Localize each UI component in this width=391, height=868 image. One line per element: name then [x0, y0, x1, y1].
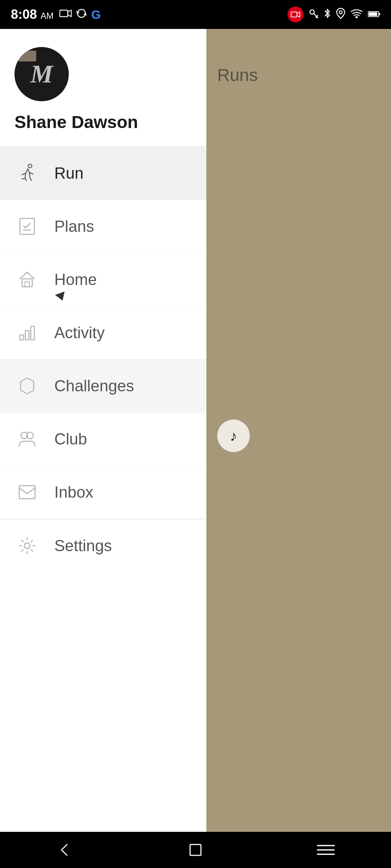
menu-item-inbox[interactable]: Inbox	[0, 466, 206, 519]
music-button[interactable]: ♪	[217, 420, 250, 452]
plans-label: Plans	[54, 217, 94, 235]
navigation-drawer: M Shane Dawson Run	[0, 29, 206, 868]
svg-point-7	[356, 17, 357, 18]
bluetooth-icon	[324, 8, 331, 21]
svg-rect-17	[25, 331, 29, 340]
avatar[interactable]: M	[14, 47, 69, 101]
avatar-letter: M	[30, 60, 53, 89]
svg-marker-19	[21, 378, 34, 394]
wifi-icon	[350, 9, 363, 21]
activity-label: Activity	[54, 324, 105, 342]
menu-item-challenges[interactable]: Challenges	[0, 359, 206, 413]
svg-rect-14	[22, 279, 32, 287]
challenges-icon	[14, 373, 40, 399]
svg-rect-1	[291, 12, 297, 17]
club-label: Club	[54, 430, 87, 448]
settings-label: Settings	[54, 537, 112, 555]
record-icon	[287, 7, 303, 22]
svg-rect-15	[25, 282, 29, 287]
svg-rect-10	[369, 12, 377, 16]
club-icon	[14, 426, 40, 452]
svg-rect-0	[60, 10, 68, 17]
svg-rect-24	[190, 844, 201, 855]
home-button[interactable]	[177, 839, 214, 861]
user-name: Shane Dawson	[14, 112, 192, 132]
battery-icon	[368, 9, 380, 20]
map-label: Runs	[217, 65, 258, 85]
back-button[interactable]	[47, 839, 83, 861]
profile-section[interactable]: M Shane Dawson	[0, 29, 206, 147]
menu-list: Run Plans Home	[0, 147, 206, 868]
menu-item-club[interactable]: Club	[0, 413, 206, 466]
home-label: Home	[54, 271, 97, 289]
status-time: 8:08 AM	[11, 7, 54, 22]
inbox-icon	[14, 480, 40, 505]
svg-line-4	[316, 16, 318, 16]
plans-icon	[14, 214, 40, 239]
menu-item-home[interactable]: Home	[0, 253, 206, 306]
svg-point-23	[24, 543, 30, 549]
google-icon: G	[91, 8, 101, 22]
menu-item-plans[interactable]: Plans	[0, 200, 206, 253]
svg-rect-9	[379, 13, 380, 15]
status-bar: 8:08 AM G	[0, 0, 391, 29]
svg-rect-18	[31, 326, 34, 340]
video-icon	[59, 8, 72, 21]
svg-rect-22	[19, 486, 35, 499]
menu-item-settings[interactable]: Settings	[0, 519, 206, 572]
home-icon	[14, 267, 40, 292]
svg-rect-16	[20, 335, 24, 340]
menu-item-activity[interactable]: Activity	[0, 306, 206, 359]
sync-icon	[76, 8, 87, 21]
svg-point-6	[339, 11, 342, 14]
svg-point-11	[28, 164, 32, 168]
run-icon	[14, 161, 40, 186]
menu-button[interactable]	[308, 839, 344, 861]
menu-item-run[interactable]: Run	[0, 147, 206, 200]
bottom-nav	[0, 832, 391, 868]
run-label: Run	[54, 164, 84, 182]
location-icon	[336, 8, 345, 22]
inbox-label: Inbox	[54, 483, 93, 501]
activity-icon	[14, 320, 40, 345]
challenges-label: Challenges	[54, 377, 134, 395]
key-icon	[308, 8, 319, 21]
settings-icon	[14, 533, 40, 558]
